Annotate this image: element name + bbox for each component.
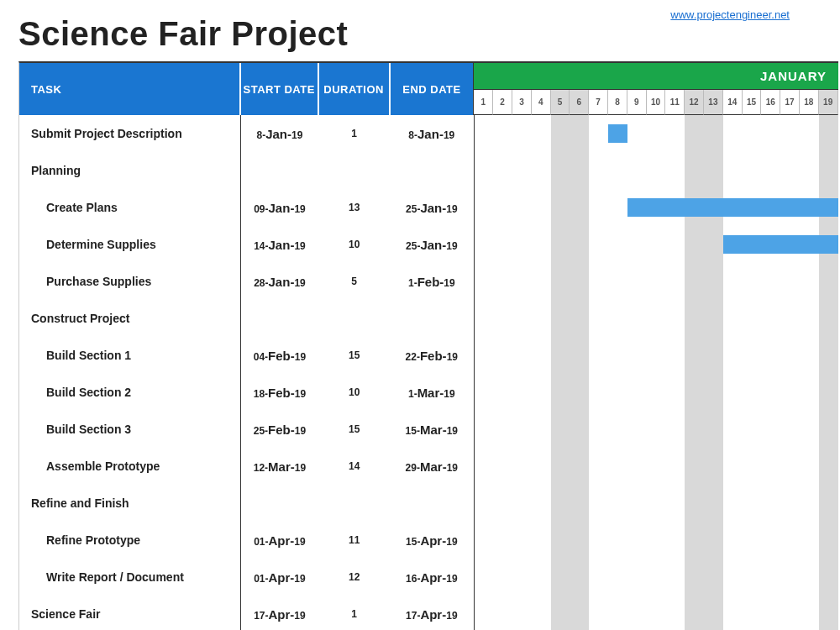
end-date-cell[interactable]: 22-Feb-19: [390, 337, 474, 374]
end-date-cell[interactable]: [390, 152, 474, 189]
task-name-cell[interactable]: Refine and Finish: [19, 485, 240, 522]
duration-cell[interactable]: [318, 300, 390, 337]
start-date-cell[interactable]: 8-Jan-19: [241, 115, 319, 152]
task-name-cell[interactable]: Create Plans: [19, 189, 240, 226]
gantt-bar[interactable]: [627, 198, 838, 217]
end-date-cell[interactable]: 1-Mar-19: [390, 374, 474, 411]
day-cell: 12: [685, 90, 704, 115]
gantt-bg-col: [532, 115, 551, 630]
task-name-cell[interactable]: Refine Prototype: [19, 522, 240, 559]
end-column: 8-Jan-1925-Jan-1925-Jan-191-Feb-1922-Feb…: [390, 115, 474, 630]
gantt-bg-col: [704, 115, 723, 630]
task-name-cell[interactable]: Science Fair: [19, 596, 240, 630]
sheet-body: Submit Project DescriptionPlanningCreate…: [19, 115, 838, 630]
gantt-bg-col: [743, 115, 762, 630]
header-start: START DATE: [241, 63, 319, 115]
start-date-cell[interactable]: 04-Feb-19: [241, 337, 319, 374]
task-name-cell[interactable]: Construct Project: [19, 300, 240, 337]
end-date-cell[interactable]: 8-Jan-19: [390, 115, 474, 152]
duration-cell[interactable]: [318, 152, 390, 189]
start-date-cell[interactable]: 01-Apr-19: [241, 522, 319, 559]
start-date-cell[interactable]: 09-Jan-19: [241, 189, 319, 226]
task-name-cell[interactable]: Build Section 3: [19, 411, 240, 448]
start-column: 8-Jan-1909-Jan-1914-Jan-1928-Jan-1904-Fe…: [241, 115, 319, 630]
start-date-cell[interactable]: 12-Mar-19: [241, 448, 319, 485]
gantt-bg-col: [819, 115, 838, 630]
end-date-cell[interactable]: 25-Jan-19: [390, 189, 474, 226]
day-cell: 4: [532, 90, 551, 115]
gantt-header: JANUARY 12345678910111213141516171819: [474, 63, 838, 115]
header-task: TASK: [19, 63, 241, 115]
data-columns: 8-Jan-1909-Jan-1914-Jan-1928-Jan-1904-Fe…: [241, 115, 475, 630]
start-date-cell[interactable]: 17-Apr-19: [241, 596, 319, 630]
duration-column: 1131051510151411121: [318, 115, 390, 630]
month-label: JANUARY: [474, 63, 838, 90]
source-link[interactable]: www.projectengineer.net: [670, 8, 790, 21]
duration-cell[interactable]: 15: [318, 411, 390, 448]
gantt-bg-col: [780, 115, 800, 630]
duration-cell[interactable]: 1: [318, 115, 390, 152]
end-date-cell[interactable]: 15-Apr-19: [390, 522, 474, 559]
end-date-cell[interactable]: 15-Mar-19: [390, 411, 474, 448]
end-date-cell[interactable]: [390, 300, 474, 337]
start-date-cell[interactable]: [241, 152, 319, 189]
start-date-cell[interactable]: 14-Jan-19: [241, 226, 319, 263]
end-date-cell[interactable]: 1-Feb-19: [390, 263, 474, 300]
gantt-bar[interactable]: [723, 235, 838, 254]
duration-cell[interactable]: 15: [318, 337, 390, 374]
day-cell: 13: [704, 90, 723, 115]
end-date-cell[interactable]: 16-Apr-19: [390, 559, 474, 596]
duration-cell[interactable]: 10: [318, 226, 390, 263]
start-date-cell[interactable]: 18-Feb-19: [241, 374, 319, 411]
duration-cell[interactable]: 11: [318, 522, 390, 559]
gantt-bg-col: [762, 115, 781, 630]
day-cell: 8: [608, 90, 627, 115]
gantt-bg-col: [493, 115, 512, 630]
day-cell: 17: [780, 90, 800, 115]
gantt-bg-col: [685, 115, 704, 630]
gantt-bg-col: [589, 115, 608, 630]
duration-cell[interactable]: 14: [318, 448, 390, 485]
day-cell: 3: [512, 90, 532, 115]
start-date-cell[interactable]: 28-Jan-19: [241, 263, 319, 300]
header-end: END DATE: [391, 63, 475, 115]
start-date-cell[interactable]: [241, 300, 319, 337]
end-date-cell[interactable]: 29-Mar-19: [390, 448, 474, 485]
task-name-cell[interactable]: Purchase Supplies: [19, 263, 240, 300]
task-name-cell[interactable]: Build Section 1: [19, 337, 240, 374]
task-name-cell[interactable]: Submit Project Description: [19, 115, 240, 152]
day-cell: 6: [570, 90, 589, 115]
day-cell: 10: [647, 90, 666, 115]
task-name-cell[interactable]: Planning: [19, 152, 240, 189]
gantt-bg-col: [608, 115, 627, 630]
day-cell: 9: [627, 90, 647, 115]
end-date-cell[interactable]: 17-Apr-19: [390, 596, 474, 630]
day-cell: 15: [743, 90, 762, 115]
task-name-cell[interactable]: Build Section 2: [19, 374, 240, 411]
start-date-cell[interactable]: [241, 485, 319, 522]
duration-cell[interactable]: 10: [318, 374, 390, 411]
end-date-cell[interactable]: [390, 485, 474, 522]
duration-cell[interactable]: 5: [318, 263, 390, 300]
day-scale: 12345678910111213141516171819: [474, 90, 838, 115]
duration-cell[interactable]: 12: [318, 559, 390, 596]
task-column: Submit Project DescriptionPlanningCreate…: [19, 115, 241, 630]
duration-cell[interactable]: 1: [318, 596, 390, 630]
end-date-cell[interactable]: 25-Jan-19: [390, 226, 474, 263]
task-name-cell[interactable]: Determine Supplies: [19, 226, 240, 263]
gantt-bar[interactable]: [608, 124, 627, 143]
day-cell: 7: [589, 90, 608, 115]
day-cell: 18: [800, 90, 819, 115]
duration-cell[interactable]: [318, 485, 390, 522]
gantt-bg-col: [512, 115, 532, 630]
day-cell: 16: [761, 90, 780, 115]
gantt-background: [475, 115, 838, 630]
start-date-cell[interactable]: 01-Apr-19: [241, 559, 319, 596]
duration-cell[interactable]: 13: [318, 189, 390, 226]
gantt-area[interactable]: [475, 115, 838, 630]
day-cell: 14: [723, 90, 743, 115]
start-date-cell[interactable]: 25-Feb-19: [241, 411, 319, 448]
task-name-cell[interactable]: Assemble Prototype: [19, 448, 240, 485]
header-row: TASK START DATE DURATION END DATE JANUAR…: [19, 63, 838, 115]
task-name-cell[interactable]: Write Report / Document: [19, 559, 240, 596]
